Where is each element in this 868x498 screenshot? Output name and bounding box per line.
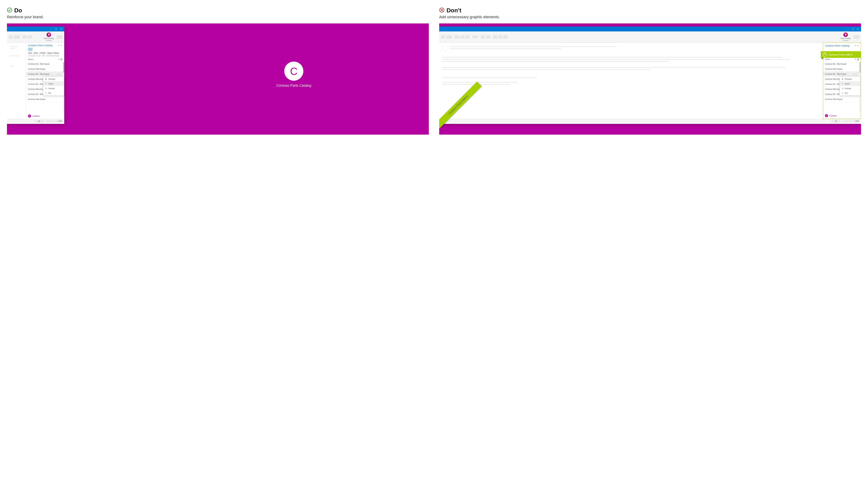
- zoom-level: 100%: [58, 120, 63, 122]
- do-panel: Do Reinforce your brand. C Contoso Parts…: [7, 7, 429, 135]
- task-pane-decorated: Contoso Parts Catalog ▾ ✕ 💡 Contoso Part…: [823, 42, 861, 119]
- view-mode-icon[interactable]: [838, 120, 840, 122]
- eye-icon: ◉: [841, 78, 843, 80]
- do-heading: Do: [14, 7, 22, 14]
- pane-title: Contoso Parts Catalog: [825, 44, 850, 47]
- menu-format[interactable]: ⇆Format: [840, 86, 860, 91]
- window-titlebar: – ☐ ✕: [7, 27, 64, 31]
- zoom-slider[interactable]: [46, 121, 55, 121]
- eye-icon: ◉: [45, 78, 47, 80]
- menu-insert[interactable]: ⇤Insert: [840, 81, 860, 86]
- mail-body: [7, 42, 26, 119]
- list-item[interactable]: Contoso 85w Equal: [823, 97, 859, 102]
- menu-preview[interactable]: ◉Preview: [43, 77, 64, 81]
- grid-view-icon[interactable]: ▦: [60, 58, 63, 61]
- menu-pin[interactable]: ⊷Pin: [43, 91, 64, 95]
- dont-heading: Don't: [447, 7, 461, 14]
- list-view-icon[interactable]: ≡: [58, 58, 59, 61]
- ribbon-addin-button[interactable]: 💡 Parts Catalog Contoso: [44, 32, 54, 41]
- outlook-window: – ☐ ✕ 💡 Parts Catalog Contoso: [7, 27, 64, 124]
- list-item-selected[interactable]: Contoso 60 - 65w Equal• • • ◉Preview ⇤In…: [26, 71, 63, 77]
- minimize-button[interactable]: –: [846, 28, 850, 30]
- zoom-in-button[interactable]: +: [853, 120, 854, 122]
- menu-insert[interactable]: ⇤Insert: [43, 81, 64, 86]
- do-canvas: C Contoso Parts Catalog – ☐ ✕ 💡 Parts Ca…: [7, 24, 429, 135]
- pane-title: Contoso Parts Catalog: [28, 44, 52, 47]
- brand-block: C Contoso Parts Catalog: [276, 62, 311, 88]
- zoom-in-button[interactable]: +: [56, 120, 57, 122]
- zoom-out-button[interactable]: −: [44, 120, 45, 122]
- pane-menu-icon[interactable]: ▾ ✕: [855, 45, 859, 47]
- list-header: Name↓ ≡▦: [26, 58, 64, 62]
- check-icon: [7, 8, 12, 13]
- pane-breadcrumb: LED - R30 - 2700K - Warm White: [26, 52, 64, 54]
- more-icon[interactable]: • • •: [854, 73, 858, 75]
- do-subheading: Reinforce your brand.: [7, 15, 429, 19]
- more-icon[interactable]: • • •: [57, 73, 61, 75]
- close-button[interactable]: ✕: [856, 28, 859, 30]
- view-mode-icon[interactable]: [41, 120, 43, 122]
- lightbulb-icon: 💡: [46, 32, 51, 37]
- minimize-button[interactable]: –: [50, 28, 53, 30]
- pane-menu-icon[interactable]: ▾ ✕: [58, 44, 63, 47]
- grid-view-icon[interactable]: ▦: [857, 58, 859, 61]
- result-list: Contoso 60 - 65w Equal Contoso 85w Equal…: [823, 62, 861, 113]
- list-item[interactable]: Contoso 60 - 65w Equal: [26, 62, 63, 67]
- format-icon: ⇆: [841, 87, 843, 90]
- zoom-level: 100%: [855, 120, 859, 122]
- view-mode-icon[interactable]: [38, 120, 40, 122]
- menu-pin[interactable]: ⊷Pin: [840, 91, 860, 95]
- insert-icon: ⇤: [841, 82, 843, 85]
- zoom-out-button[interactable]: −: [841, 120, 842, 122]
- svg-point-0: [8, 8, 12, 12]
- dont-panel: Don't Add unnecessary graphic elements. …: [439, 7, 861, 135]
- sort-arrow-icon[interactable]: ↓: [34, 58, 35, 60]
- format-icon: ⇆: [45, 87, 47, 90]
- close-button[interactable]: ✕: [59, 28, 63, 30]
- ribbon: 💡 Parts Catalog Contoso: [7, 31, 64, 42]
- lightbulb-icon: 💡: [823, 53, 827, 56]
- pane-footer[interactable]: C Contoso: [26, 113, 64, 119]
- mail-body: [439, 42, 823, 119]
- view-mode-icon[interactable]: [835, 120, 837, 122]
- dont-subheading: Add unnecessary graphic elements.: [439, 15, 861, 19]
- pane-result-count: 16 results in LED - R30 - 60-65 Watt Equ…: [26, 54, 64, 58]
- list-view-icon[interactable]: ≡: [855, 58, 856, 61]
- view-mode-icon[interactable]: [35, 120, 37, 122]
- brand-name: Contoso Parts Catalog: [276, 83, 311, 88]
- task-pane: Contoso Parts Catalog ▾ ✕ LED - R30 - 27…: [26, 42, 64, 119]
- list-item-selected[interactable]: Contoso 60 - 65w Equal• • • ◉Preview ⇤In…: [823, 71, 859, 77]
- window-titlebar: – ☐ ✕: [439, 27, 861, 31]
- lightbulb-icon: 💡: [843, 32, 848, 37]
- ribbon: 💡 Parts Catalog Contoso: [439, 31, 861, 42]
- dont-canvas: – ☐ ✕ 💡 Parts Catalog Contoso: [439, 24, 861, 135]
- outlook-window: – ☐ ✕ 💡 Parts Catalog Contoso: [439, 27, 861, 124]
- ribbon-addin-button[interactable]: 💡 Parts Catalog Contoso: [841, 32, 851, 41]
- context-menu: ◉Preview ⇤Insert ⇆Format ⊷Pin: [43, 76, 64, 95]
- pin-icon: ⊷: [841, 92, 843, 94]
- pane-footer[interactable]: C Contoso: [823, 113, 861, 119]
- result-list: Contoso 60 - 65w Equal Contoso 85w Equal…: [26, 62, 64, 113]
- brand-logo-icon: C: [284, 62, 303, 81]
- view-mode-icon[interactable]: [832, 120, 834, 122]
- context-menu: ◉Preview ⇤Insert ⇆Format ⊷Pin: [840, 76, 860, 95]
- maximize-button[interactable]: ☐: [851, 28, 854, 30]
- cross-icon: [439, 8, 444, 13]
- status-bar: − + 100%: [439, 119, 861, 123]
- list-item[interactable]: Contoso 85w Equal: [26, 97, 63, 102]
- brand-badge-icon: C: [825, 114, 828, 117]
- sort-arrow-icon[interactable]: ↓: [831, 58, 832, 60]
- addin-banner: 💡 Contoso Parts Add-in: [821, 51, 861, 58]
- list-header: Name↓ ≡▦: [823, 58, 861, 62]
- pin-icon: ⊷: [45, 92, 47, 94]
- status-bar: − + 100%: [7, 119, 64, 123]
- menu-format[interactable]: ⇆Format: [43, 86, 64, 91]
- list-item[interactable]: Contoso 85w Equal: [26, 67, 63, 71]
- hamburger-icon[interactable]: [28, 48, 32, 51]
- list-item[interactable]: Contoso 60 - 65w Equal: [823, 62, 859, 67]
- menu-preview[interactable]: ◉Preview: [840, 77, 860, 81]
- avatar-placeholder: [442, 45, 448, 51]
- zoom-slider[interactable]: [843, 121, 852, 121]
- list-item[interactable]: Contoso 85w Equal: [823, 67, 859, 71]
- maximize-button[interactable]: ☐: [55, 28, 58, 30]
